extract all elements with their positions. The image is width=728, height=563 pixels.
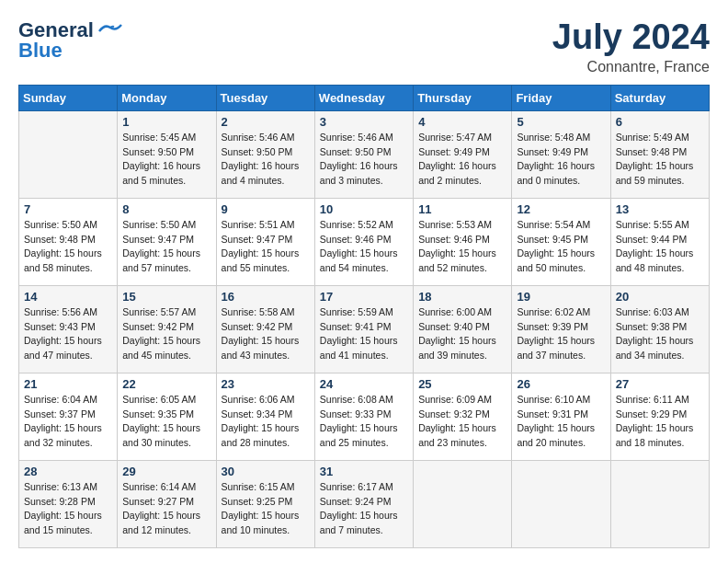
day-number: 7 xyxy=(24,202,112,216)
column-header-sunday: Sunday xyxy=(19,85,118,110)
day-info: Sunrise: 5:53 AM Sunset: 9:46 PM Dayligh… xyxy=(418,218,506,276)
calendar-cell: 22Sunrise: 6:05 AM Sunset: 9:35 PM Dayli… xyxy=(118,373,216,460)
day-info: Sunrise: 6:06 AM Sunset: 9:34 PM Dayligh… xyxy=(222,393,310,451)
calendar-cell xyxy=(19,110,118,198)
calendar-cell: 28Sunrise: 6:13 AM Sunset: 9:28 PM Dayli… xyxy=(19,460,118,547)
day-number: 3 xyxy=(320,115,408,129)
calendar-cell: 23Sunrise: 6:06 AM Sunset: 9:34 PM Dayli… xyxy=(216,373,314,460)
calendar-week-row: 1Sunrise: 5:45 AM Sunset: 9:50 PM Daylig… xyxy=(19,110,710,198)
day-number: 5 xyxy=(517,115,605,129)
day-number: 10 xyxy=(320,202,408,216)
calendar-cell: 16Sunrise: 5:58 AM Sunset: 9:42 PM Dayli… xyxy=(216,285,314,373)
calendar-cell: 1Sunrise: 5:45 AM Sunset: 9:50 PM Daylig… xyxy=(118,110,216,198)
day-number: 8 xyxy=(122,202,210,216)
calendar-cell: 7Sunrise: 5:50 AM Sunset: 9:48 PM Daylig… xyxy=(19,198,118,285)
calendar-cell: 31Sunrise: 6:17 AM Sunset: 9:24 PM Dayli… xyxy=(314,460,413,547)
day-info: Sunrise: 5:46 AM Sunset: 9:50 PM Dayligh… xyxy=(222,131,310,189)
location: Connantre, France xyxy=(552,59,710,75)
page-header: General Blue July 2024 Connantre, France xyxy=(18,18,710,75)
calendar-week-row: 7Sunrise: 5:50 AM Sunset: 9:48 PM Daylig… xyxy=(19,198,710,285)
day-info: Sunrise: 5:58 AM Sunset: 9:42 PM Dayligh… xyxy=(222,305,310,363)
day-info: Sunrise: 5:57 AM Sunset: 9:42 PM Dayligh… xyxy=(122,305,210,363)
calendar-cell: 24Sunrise: 6:08 AM Sunset: 9:33 PM Dayli… xyxy=(314,373,413,460)
calendar-cell: 27Sunrise: 6:11 AM Sunset: 9:29 PM Dayli… xyxy=(610,373,709,460)
day-number: 13 xyxy=(616,202,704,216)
day-number: 28 xyxy=(24,465,112,478)
calendar-cell: 18Sunrise: 6:00 AM Sunset: 9:40 PM Dayli… xyxy=(414,285,512,373)
day-info: Sunrise: 5:49 AM Sunset: 9:48 PM Dayligh… xyxy=(616,131,704,189)
column-header-tuesday: Tuesday xyxy=(216,85,314,110)
calendar-cell: 8Sunrise: 5:50 AM Sunset: 9:47 PM Daylig… xyxy=(118,198,216,285)
column-header-saturday: Saturday xyxy=(610,85,709,110)
day-number: 2 xyxy=(222,115,310,129)
day-number: 26 xyxy=(517,377,605,391)
day-number: 31 xyxy=(320,465,408,478)
day-info: Sunrise: 5:48 AM Sunset: 9:49 PM Dayligh… xyxy=(517,131,605,189)
calendar-cell: 11Sunrise: 5:53 AM Sunset: 9:46 PM Dayli… xyxy=(414,198,512,285)
calendar-header-row: SundayMondayTuesdayWednesdayThursdayFrid… xyxy=(19,85,710,110)
day-number: 14 xyxy=(24,290,112,304)
day-number: 24 xyxy=(320,377,408,391)
day-info: Sunrise: 6:05 AM Sunset: 9:35 PM Dayligh… xyxy=(122,393,210,451)
day-info: Sunrise: 5:50 AM Sunset: 9:48 PM Dayligh… xyxy=(24,218,112,276)
day-info: Sunrise: 6:03 AM Sunset: 9:38 PM Dayligh… xyxy=(616,305,704,363)
calendar-cell: 21Sunrise: 6:04 AM Sunset: 9:37 PM Dayli… xyxy=(19,373,118,460)
title-section: July 2024 Connantre, France xyxy=(552,18,710,75)
calendar-cell: 29Sunrise: 6:14 AM Sunset: 9:27 PM Dayli… xyxy=(118,460,216,547)
calendar-body: 1Sunrise: 5:45 AM Sunset: 9:50 PM Daylig… xyxy=(19,110,710,547)
calendar-cell: 30Sunrise: 6:15 AM Sunset: 9:25 PM Dayli… xyxy=(216,460,314,547)
day-number: 16 xyxy=(222,290,310,304)
calendar-week-row: 28Sunrise: 6:13 AM Sunset: 9:28 PM Dayli… xyxy=(19,460,710,547)
calendar-cell: 26Sunrise: 6:10 AM Sunset: 9:31 PM Dayli… xyxy=(512,373,610,460)
column-header-thursday: Thursday xyxy=(414,85,512,110)
day-number: 1 xyxy=(122,115,210,129)
day-info: Sunrise: 5:54 AM Sunset: 9:45 PM Dayligh… xyxy=(517,218,605,276)
day-info: Sunrise: 5:51 AM Sunset: 9:47 PM Dayligh… xyxy=(222,218,310,276)
day-info: Sunrise: 5:56 AM Sunset: 9:43 PM Dayligh… xyxy=(24,305,112,363)
calendar-cell: 20Sunrise: 6:03 AM Sunset: 9:38 PM Dayli… xyxy=(610,285,709,373)
day-number: 22 xyxy=(122,377,210,391)
day-info: Sunrise: 5:47 AM Sunset: 9:49 PM Dayligh… xyxy=(418,131,506,189)
day-info: Sunrise: 6:15 AM Sunset: 9:25 PM Dayligh… xyxy=(222,480,310,538)
month-title: July 2024 xyxy=(552,18,710,57)
calendar-cell: 12Sunrise: 5:54 AM Sunset: 9:45 PM Dayli… xyxy=(512,198,610,285)
day-number: 17 xyxy=(320,290,408,304)
calendar-table: SundayMondayTuesdayWednesdayThursdayFrid… xyxy=(18,85,710,548)
day-number: 25 xyxy=(418,377,506,391)
calendar-cell: 4Sunrise: 5:47 AM Sunset: 9:49 PM Daylig… xyxy=(414,110,512,198)
calendar-cell: 25Sunrise: 6:09 AM Sunset: 9:32 PM Dayli… xyxy=(414,373,512,460)
calendar-cell: 14Sunrise: 5:56 AM Sunset: 9:43 PM Dayli… xyxy=(19,285,118,373)
day-number: 18 xyxy=(418,290,506,304)
day-number: 29 xyxy=(122,465,210,478)
day-info: Sunrise: 5:46 AM Sunset: 9:50 PM Dayligh… xyxy=(320,131,408,189)
calendar-cell xyxy=(414,460,512,547)
day-number: 12 xyxy=(517,202,605,216)
day-info: Sunrise: 5:55 AM Sunset: 9:44 PM Dayligh… xyxy=(616,218,704,276)
day-number: 11 xyxy=(418,202,506,216)
calendar-cell xyxy=(512,460,610,547)
day-info: Sunrise: 6:14 AM Sunset: 9:27 PM Dayligh… xyxy=(122,480,210,538)
day-info: Sunrise: 5:50 AM Sunset: 9:47 PM Dayligh… xyxy=(122,218,210,276)
day-number: 9 xyxy=(222,202,310,216)
calendar-cell: 9Sunrise: 5:51 AM Sunset: 9:47 PM Daylig… xyxy=(216,198,314,285)
day-info: Sunrise: 6:11 AM Sunset: 9:29 PM Dayligh… xyxy=(616,393,704,451)
day-info: Sunrise: 6:17 AM Sunset: 9:24 PM Dayligh… xyxy=(320,480,408,538)
day-number: 27 xyxy=(616,377,704,391)
day-number: 21 xyxy=(24,377,112,391)
day-number: 4 xyxy=(418,115,506,129)
calendar-cell xyxy=(610,460,709,547)
day-number: 30 xyxy=(222,465,310,478)
column-header-friday: Friday xyxy=(512,85,610,110)
logo-bird-icon xyxy=(97,22,123,39)
column-header-monday: Monday xyxy=(118,85,216,110)
day-number: 19 xyxy=(517,290,605,304)
calendar-cell: 6Sunrise: 5:49 AM Sunset: 9:48 PM Daylig… xyxy=(610,110,709,198)
day-info: Sunrise: 5:52 AM Sunset: 9:46 PM Dayligh… xyxy=(320,218,408,276)
calendar-cell: 15Sunrise: 5:57 AM Sunset: 9:42 PM Dayli… xyxy=(118,285,216,373)
calendar-cell: 5Sunrise: 5:48 AM Sunset: 9:49 PM Daylig… xyxy=(512,110,610,198)
day-info: Sunrise: 6:00 AM Sunset: 9:40 PM Dayligh… xyxy=(418,305,506,363)
calendar-week-row: 21Sunrise: 6:04 AM Sunset: 9:37 PM Dayli… xyxy=(19,373,710,460)
column-header-wednesday: Wednesday xyxy=(314,85,413,110)
day-number: 20 xyxy=(616,290,704,304)
day-info: Sunrise: 6:13 AM Sunset: 9:28 PM Dayligh… xyxy=(24,480,112,538)
